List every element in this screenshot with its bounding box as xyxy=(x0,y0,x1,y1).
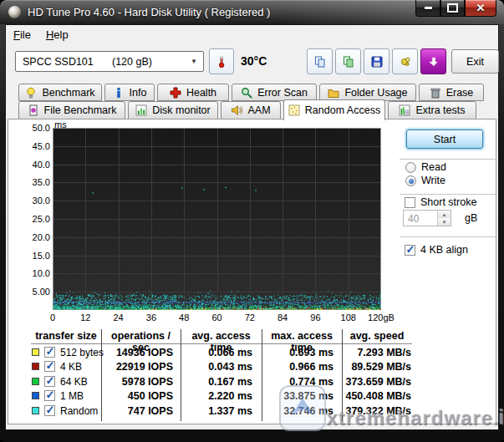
tab-folder-usage[interactable]: Folder Usage xyxy=(319,84,416,101)
drive-capacity: (120 gB) xyxy=(112,56,152,68)
align-label: 4 KB align xyxy=(420,244,468,256)
ops-value: 450 IOPS xyxy=(101,390,173,402)
x-tick-label: 108 xyxy=(341,312,356,323)
close-button[interactable]: ✕ xyxy=(465,0,496,17)
avg-access-value: 2.220 ms xyxy=(181,390,252,402)
series-checkbox[interactable] xyxy=(44,361,55,372)
x-tick-label: 0 xyxy=(50,312,55,323)
spin-down-icon[interactable]: ▼ xyxy=(438,218,451,226)
series-color-swatch xyxy=(32,407,39,414)
menu-help[interactable]: Help xyxy=(38,26,76,43)
separator xyxy=(400,159,496,160)
chevron-down-icon: ▼ xyxy=(191,58,197,65)
align-checkbox[interactable] xyxy=(405,245,415,256)
max-access-value: 0.966 ms xyxy=(262,361,333,373)
random-access-icon xyxy=(288,104,300,116)
header-rule xyxy=(31,343,412,344)
y-axis-labels: 50.045.040.035.030.025.020.015.010.05.00 xyxy=(20,128,50,310)
series-color-swatch xyxy=(32,363,39,370)
tab-label: Health xyxy=(186,87,216,99)
copy-icon xyxy=(314,56,326,68)
short-stroke-checkbox[interactable] xyxy=(405,197,415,208)
short-stroke-size-spinner[interactable]: 40 ▲▼ xyxy=(403,210,451,226)
tools-icon xyxy=(400,56,411,68)
spin-up-icon[interactable]: ▲ xyxy=(438,211,451,218)
thermometer-icon xyxy=(216,56,227,68)
ops-value: 747 IOPS xyxy=(101,405,173,417)
tab-disk-monitor[interactable]: Disk monitor xyxy=(128,101,218,119)
short-stroke-label: Short stroke xyxy=(420,196,476,208)
x-tick-label: 48 xyxy=(179,312,189,323)
avg-speed-value: 7.293 MB/s xyxy=(342,347,411,358)
tab-label: Extra tests xyxy=(415,104,465,116)
read-radio[interactable] xyxy=(405,162,416,173)
magnifier-icon xyxy=(241,87,252,99)
y-tick-label: 40.0 xyxy=(33,160,50,170)
tab-label: Erase xyxy=(446,87,474,99)
exit-button[interactable]: Exit xyxy=(451,49,499,74)
extra-tests-icon xyxy=(399,104,410,116)
tab-error-scan[interactable]: Error Scan xyxy=(232,84,317,101)
tab-extra-tests[interactable]: Extra tests xyxy=(388,101,476,119)
title-bar: HD Tune Pro 4.60 - Hard Disk Utility ( R… xyxy=(0,0,504,24)
speaker-icon xyxy=(231,104,242,116)
x-tick-label: 60 xyxy=(211,312,221,323)
series-checkbox[interactable] xyxy=(44,405,55,416)
minimize-button[interactable] xyxy=(415,0,440,17)
menu-file[interactable]: File xyxy=(6,26,38,43)
max-access-value: 0.693 ms xyxy=(262,347,333,358)
start-button[interactable]: Start xyxy=(406,130,483,149)
tab-label: Random Access xyxy=(305,104,380,116)
tab-file-benchmark[interactable]: File Benchmark xyxy=(18,101,125,119)
window-title: HD Tune Pro 4.60 - Hard Disk Utility ( R… xyxy=(28,6,270,18)
save-button[interactable] xyxy=(364,48,389,74)
avg-access-value: 0.167 ms xyxy=(181,376,252,388)
drive-select[interactable]: SPCC SSD101 (120 gB) ▼ xyxy=(15,51,204,72)
x-tick-label: 84 xyxy=(277,312,288,323)
series-checkbox[interactable] xyxy=(44,390,55,401)
temperature-button[interactable] xyxy=(209,48,234,74)
avg-speed-value: 373.659 MB/s xyxy=(342,376,411,388)
tab-random-access[interactable]: Random Access xyxy=(283,99,385,120)
x-tick-label: 12 xyxy=(80,312,90,323)
tab-erase[interactable]: Erase xyxy=(419,84,484,101)
short-stroke-unit: gB xyxy=(465,212,477,224)
avg-access-value: 0.066 ms xyxy=(181,347,252,358)
menu-bar: File Help xyxy=(6,25,76,43)
tab-health[interactable]: Health xyxy=(157,84,229,101)
write-label: Write xyxy=(421,175,445,186)
series-checkbox[interactable] xyxy=(44,376,55,387)
short-stroke-value: 40 xyxy=(408,213,419,225)
app-icon xyxy=(8,6,21,18)
maximize-button[interactable] xyxy=(440,0,465,17)
y-tick-label: 5.00 xyxy=(33,287,50,297)
tab-aam[interactable]: AAM xyxy=(221,101,281,119)
x-axis-labels: 01224364860728496108120gB xyxy=(8,312,476,324)
copy-image-button[interactable] xyxy=(335,48,361,74)
close-icon: ✕ xyxy=(476,3,486,13)
maximize-icon xyxy=(447,3,458,13)
col-header-avg-speed: avg. speed xyxy=(342,330,412,342)
ops-value: 5978 IOPS xyxy=(101,376,173,388)
transfer-size-label: Random xyxy=(60,405,98,417)
write-radio[interactable] xyxy=(405,175,416,186)
minimize-icon xyxy=(425,7,432,9)
tab-info[interactable]: Info xyxy=(104,84,155,101)
drive-name: SPCC SSD101 xyxy=(23,56,94,68)
max-access-value: 0.774 ms xyxy=(262,376,333,388)
copy-button[interactable] xyxy=(307,48,333,74)
tab-benchmark[interactable]: Benchmark xyxy=(18,84,102,101)
update-button[interactable] xyxy=(420,48,446,74)
y-tick-label: 35.0 xyxy=(33,177,50,187)
tab-label: AAM xyxy=(247,104,270,116)
series-color-swatch xyxy=(32,348,39,356)
exit-label: Exit xyxy=(466,56,484,68)
y-tick-label: 15.0 xyxy=(33,251,50,261)
tools-button[interactable] xyxy=(392,48,418,74)
spinner-buttons[interactable]: ▲▼ xyxy=(437,211,451,226)
y-tick-label: 30.0 xyxy=(33,196,50,206)
copy-image-icon xyxy=(343,56,354,68)
max-access-value: 32.746 ms xyxy=(262,405,333,417)
info-icon xyxy=(113,87,125,99)
series-checkbox[interactable] xyxy=(44,347,55,358)
